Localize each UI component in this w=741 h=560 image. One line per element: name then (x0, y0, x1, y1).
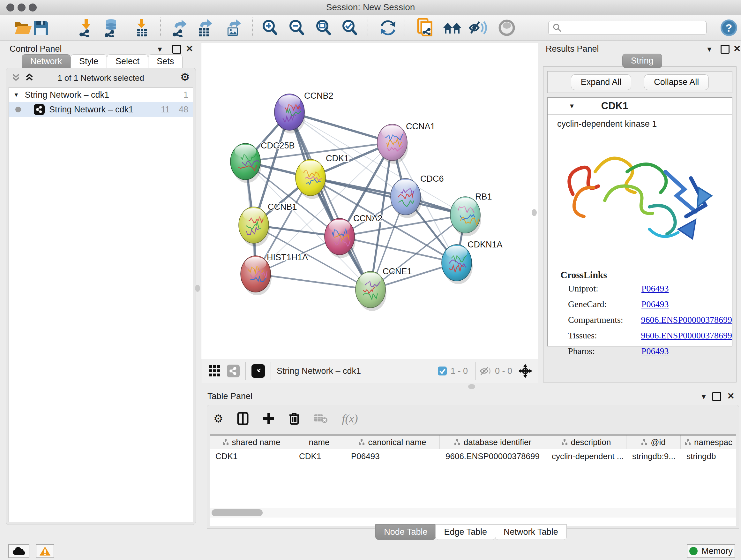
string-style-icon[interactable] (227, 365, 240, 377)
zoom-out-button[interactable] (286, 18, 307, 38)
network-node-CCNB2[interactable]: CCNB2 (274, 91, 333, 133)
network-node-CCNB1[interactable]: CCNB1 (239, 202, 297, 246)
cloud-button[interactable] (8, 544, 29, 558)
network-node-RB1[interactable]: RB1 (450, 192, 492, 236)
control-panel-close-icon[interactable]: ✕ (186, 44, 193, 54)
tab-edge-table[interactable]: Edge Table (435, 524, 495, 540)
import-database-button[interactable] (101, 18, 121, 38)
tab-network-table[interactable]: Network Table (495, 524, 567, 540)
tab-node-table[interactable]: Node Table (375, 524, 436, 540)
export-table-button[interactable] (195, 18, 215, 38)
network-options-gear-icon[interactable]: ⚙ (180, 71, 190, 83)
column-header[interactable]: canonical name (345, 435, 440, 449)
refresh-button[interactable] (378, 18, 398, 38)
protein-card-header[interactable]: ▼ CDK1 (548, 98, 732, 115)
open-session-button[interactable] (13, 18, 33, 38)
function-builder-icon[interactable]: f(x) (342, 412, 358, 425)
crosslink-uniprot[interactable]: P06493 (642, 284, 669, 294)
control-panel-float-icon[interactable] (172, 45, 181, 54)
sphere-button[interactable] (496, 18, 517, 38)
collapse-triangle-icon[interactable]: ▼ (569, 103, 575, 110)
help-button[interactable]: ? (719, 18, 739, 38)
splitter-handle[interactable] (468, 384, 475, 389)
window-close-button[interactable] (6, 3, 14, 11)
zoom-fit-icon (315, 19, 333, 37)
crosslink-genecard[interactable]: P06493 (642, 299, 669, 309)
column-header[interactable]: @id (626, 435, 681, 449)
splitter-handle[interactable] (195, 285, 200, 292)
table-panel-menu-icon[interactable]: ▼ (700, 393, 707, 401)
tab-sets[interactable]: Sets (148, 54, 183, 69)
eye-wave-icon (468, 19, 487, 37)
export-network-button[interactable] (170, 18, 190, 38)
column-header[interactable]: namespac (681, 435, 736, 449)
network-view-title: String Network – cdk1 (277, 366, 361, 376)
column-header[interactable]: name (293, 435, 345, 449)
protein-card: ▼ CDK1 cyclin-dependent kinase 1 (547, 98, 732, 347)
hidden-eye-icon[interactable] (479, 366, 492, 376)
network-node-CCNA1[interactable]: CCNA1 (377, 122, 435, 164)
export-image-button[interactable] (223, 18, 244, 38)
network-node-CDC6[interactable]: CDC6 (391, 174, 444, 218)
column-header[interactable]: database identifier (440, 435, 546, 449)
zoom-fit-button[interactable] (313, 18, 334, 38)
horizontal-scrollbar[interactable] (210, 508, 736, 517)
table-panel-float-icon[interactable] (712, 392, 721, 401)
protein-description: cyclin-dependent kinase 1 (557, 119, 732, 129)
delete-table-icon[interactable] (314, 413, 328, 424)
import-network-button[interactable] (76, 18, 96, 38)
tab-style[interactable]: Style (71, 54, 107, 69)
column-header[interactable]: description (546, 435, 626, 449)
scrollbar-thumb[interactable] (212, 509, 263, 516)
results-panel-close-icon[interactable]: ✕ (733, 44, 741, 54)
collapse-all-button[interactable]: Collapse All (644, 74, 709, 90)
tab-select[interactable]: Select (107, 54, 148, 69)
show-columns-icon[interactable] (237, 412, 249, 425)
results-panel-float-icon[interactable] (721, 45, 730, 54)
memory-button[interactable]: Memory (687, 544, 735, 558)
network-graph[interactable]: CCNB2CCNA1CDC25BCDK1CDC6RB1CCNB1CCNA2CDK… (201, 43, 538, 359)
network-node-HIST1H1A[interactable]: HIST1H1A (241, 253, 308, 295)
tab-network[interactable]: Network (22, 54, 71, 69)
network-node-CCNE1[interactable]: CCNE1 (355, 266, 412, 311)
eye-wave-button[interactable] (467, 18, 488, 38)
zoom-out-icon (288, 19, 306, 37)
crosslink-pharos[interactable]: P06493 (642, 346, 669, 356)
node-label-CDK1: CDK1 (326, 153, 349, 163)
network-collection-row[interactable]: ▼ String Network – cdk1 1 (9, 87, 193, 102)
delete-column-icon[interactable] (289, 412, 300, 425)
crosslink-tissues[interactable]: 9606.ENSP00000378699 (641, 330, 732, 341)
tab-string[interactable]: String (622, 54, 662, 68)
zoom-selected-button[interactable] (340, 18, 360, 38)
window-minimize-button[interactable] (17, 3, 25, 11)
control-panel-menu-icon[interactable]: ▼ (156, 45, 163, 54)
import-table-button[interactable] (131, 18, 152, 38)
column-header[interactable]: shared name (210, 435, 293, 449)
search-input[interactable] (562, 23, 706, 33)
splitter-handle[interactable] (532, 209, 537, 216)
fit-content-crosshair-icon[interactable] (518, 364, 533, 378)
hierarchy-icon (454, 439, 461, 445)
table-panel-close-icon[interactable]: ✕ (727, 391, 735, 401)
houses-button[interactable] (442, 18, 463, 38)
crosslink-compartments[interactable]: 9606.ENSP00000378699 (641, 315, 732, 325)
network-row-selected[interactable]: String Network – cdk1 11 48 (9, 102, 193, 117)
zoom-in-button[interactable] (260, 18, 280, 38)
selected-checkbox-icon[interactable] (437, 366, 448, 376)
results-panel-menu-icon[interactable]: ▼ (706, 45, 713, 54)
table-options-gear-icon[interactable]: ⚙ (213, 412, 223, 425)
warning-button[interactable] (36, 544, 54, 558)
save-session-button[interactable] (30, 18, 51, 38)
expand-all-button[interactable]: Expand All (571, 74, 631, 90)
network-edge[interactable] (256, 274, 370, 290)
add-column-icon[interactable] (263, 413, 275, 425)
network-node-CDC25B[interactable]: CDC25B (230, 141, 295, 183)
network-canvas[interactable]: CCNB2CCNA1CDC25BCDK1CDC6RB1CCNB1CCNA2CDK… (201, 42, 538, 360)
document-network-button[interactable] (415, 18, 435, 38)
network-node-CDKN1A[interactable]: CDKN1A (442, 240, 502, 284)
birdseye-toggle-icon[interactable] (208, 364, 221, 378)
table-row[interactable]: CDK1 CDK1 P06493 9606.ENSP00000378699 cy… (210, 449, 736, 463)
collapse-triangle-icon[interactable]: ▼ (13, 91, 19, 98)
window-zoom-button[interactable] (29, 3, 37, 11)
open-external-icon[interactable] (252, 364, 265, 378)
